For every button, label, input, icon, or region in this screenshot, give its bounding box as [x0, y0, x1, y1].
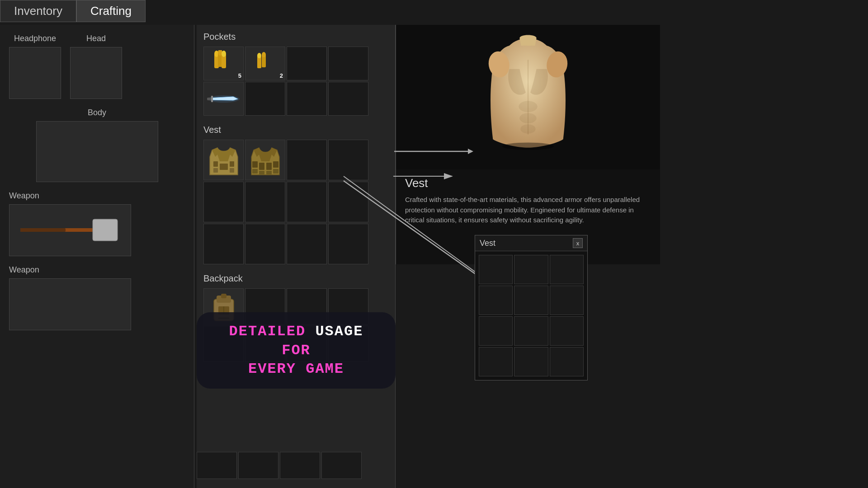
- svg-rect-19: [220, 164, 228, 170]
- item-info-area: Vest Crafted with state-of-the-art mater…: [396, 169, 660, 232]
- pocket-cell-2[interactable]: 2: [245, 47, 285, 80]
- backpack-label: Backpack: [203, 273, 388, 284]
- vest-popup-cell-8[interactable]: [514, 316, 548, 346]
- vest-cell-9[interactable]: [203, 224, 244, 264]
- vest-section-label: Vest: [203, 125, 388, 135]
- svg-rect-26: [273, 161, 278, 168]
- body-slot[interactable]: [36, 121, 158, 182]
- pocket-cell-4[interactable]: [328, 47, 368, 80]
- svg-rect-21: [213, 168, 218, 173]
- svg-rect-25: [266, 163, 272, 170]
- weapon1-label: Weapon: [9, 191, 185, 201]
- svg-rect-17: [211, 96, 213, 102]
- svg-point-11: [257, 53, 261, 58]
- body-label: Body: [88, 108, 106, 117]
- vest-cell-8[interactable]: [328, 182, 368, 222]
- promotional-banner: DETAILED USAGE FOR EVERY GAME: [197, 312, 396, 389]
- vest-popup-grid: [475, 251, 587, 380]
- bottom-cell-2[interactable]: [238, 452, 278, 479]
- vest-cell-3[interactable]: [287, 140, 327, 180]
- pocket-cell-1[interactable]: 5: [203, 47, 244, 80]
- head-section: Headphone Head: [9, 34, 185, 99]
- vest-item2-icon: [247, 141, 284, 179]
- vest-cell-10[interactable]: [245, 224, 285, 264]
- weapon2-slot[interactable]: [9, 278, 131, 330]
- pocket-item1-count: 5: [238, 72, 241, 79]
- svg-point-39: [519, 113, 536, 123]
- pockets-label: Pockets: [203, 32, 388, 42]
- svg-rect-30: [273, 169, 278, 174]
- vest-cell-7[interactable]: [287, 182, 327, 222]
- svg-point-9: [222, 51, 226, 57]
- vest-popup: Vest x: [475, 235, 588, 380]
- head-equip: Head: [70, 34, 122, 99]
- vest-cell-11[interactable]: [287, 224, 327, 264]
- svg-point-13: [262, 52, 266, 57]
- tab-crafting-label: Crafting: [90, 4, 132, 18]
- headphone-slot[interactable]: [9, 47, 61, 99]
- bottom-cell-3[interactable]: [280, 452, 320, 479]
- bottom-cell-1[interactable]: [197, 452, 237, 479]
- vest-popup-close-button[interactable]: x: [573, 238, 583, 248]
- vest-cell-4[interactable]: [328, 140, 368, 180]
- vest-cell-6[interactable]: [245, 182, 285, 222]
- svg-rect-27: [252, 169, 258, 174]
- banner-text: DETAILED USAGE FOR EVERY GAME: [210, 322, 382, 379]
- svg-rect-23: [252, 161, 258, 168]
- item-description: Crafted with state-of-the-art materials,…: [405, 195, 651, 225]
- pocket-cell-6[interactable]: [245, 82, 285, 116]
- vest-item1-icon: [205, 141, 242, 179]
- pocket-cell-3[interactable]: [287, 47, 327, 80]
- svg-rect-22: [230, 168, 234, 173]
- pocket-item2-count: 2: [280, 72, 283, 79]
- center-panel: Pockets 5 2: [197, 25, 396, 488]
- svg-rect-1: [20, 228, 66, 232]
- head-label: Head: [86, 34, 106, 43]
- bottom-cell-4[interactable]: [321, 452, 362, 479]
- tab-crafting[interactable]: Crafting: [76, 0, 146, 22]
- svg-rect-34: [221, 294, 226, 298]
- svg-rect-20: [230, 161, 234, 167]
- pocket-cell-5[interactable]: [203, 82, 244, 116]
- vest-popup-cell-5[interactable]: [514, 286, 548, 315]
- vest-cell-12[interactable]: [328, 224, 368, 264]
- vest-cell-2[interactable]: [245, 140, 285, 180]
- vest-popup-header: Vest x: [475, 235, 587, 251]
- pockets-grid: 5 2: [203, 47, 388, 116]
- bottom-grid: [197, 452, 362, 479]
- weapon1-slot[interactable]: [9, 204, 131, 256]
- banner-line1-part3: FOR: [282, 342, 311, 359]
- vest-popup-cell-12[interactable]: [550, 347, 584, 376]
- torso-model-icon: [474, 32, 582, 163]
- vest-popup-cell-9[interactable]: [550, 316, 584, 346]
- svg-rect-2: [93, 219, 118, 241]
- vest-cell-5[interactable]: [203, 182, 244, 222]
- vest-grid: [203, 140, 388, 264]
- pocket-cell-7[interactable]: [287, 82, 327, 116]
- head-slot[interactable]: [70, 47, 122, 99]
- left-panel: Headphone Head Body Weapon: [0, 25, 194, 488]
- vest-popup-cell-6[interactable]: [550, 286, 584, 315]
- vest-popup-cell-11[interactable]: [514, 347, 548, 376]
- vest-popup-cell-2[interactable]: [514, 255, 548, 284]
- vest-popup-title: Vest: [480, 239, 495, 248]
- model-display-area: [396, 25, 660, 169]
- svg-rect-24: [259, 163, 264, 170]
- weapon2-label: Weapon: [9, 265, 185, 275]
- vest-popup-cell-4[interactable]: [479, 286, 513, 315]
- knife-icon: [206, 90, 241, 108]
- banner-line1-part2: USAGE: [315, 323, 363, 340]
- vest-popup-cell-3[interactable]: [550, 255, 584, 284]
- body-equip: Body: [9, 108, 185, 182]
- vest-cell-1[interactable]: [203, 140, 244, 180]
- vest-popup-cell-1[interactable]: [479, 255, 513, 284]
- weapon1-section: Weapon: [9, 191, 185, 256]
- headphone-label: Headphone: [14, 34, 56, 43]
- bullets2-icon: [253, 51, 278, 76]
- item-title: Vest: [405, 176, 651, 190]
- vest-popup-cell-7[interactable]: [479, 316, 513, 346]
- vest-popup-cell-10[interactable]: [479, 347, 513, 376]
- pocket-cell-8[interactable]: [328, 82, 368, 116]
- bottom-inventory-row: [197, 452, 362, 479]
- tab-inventory[interactable]: Inventory: [0, 0, 76, 22]
